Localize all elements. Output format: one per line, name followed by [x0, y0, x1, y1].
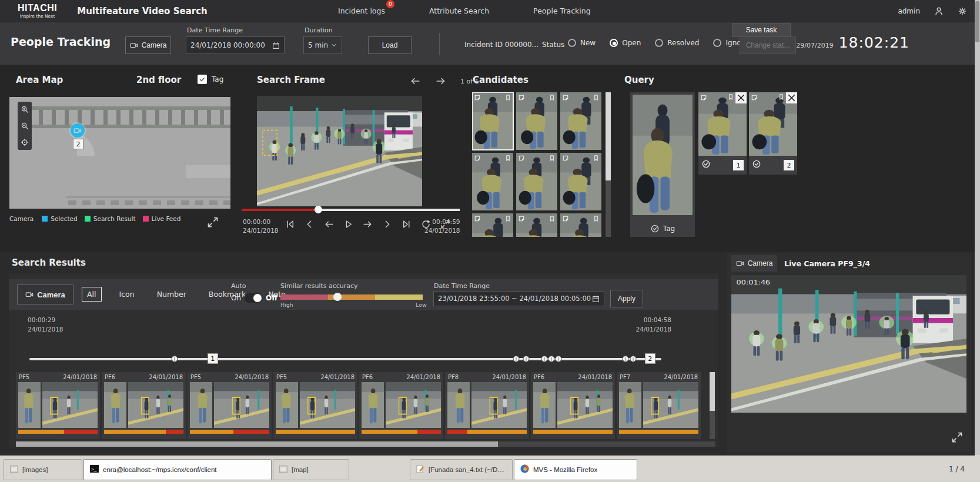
nav-item-people-tracking[interactable]: People Tracking	[533, 6, 591, 15]
result-scene-thumbnail[interactable]	[128, 382, 183, 428]
auto-toggle[interactable]	[245, 293, 262, 303]
result-cell[interactable]: PF624/01/2018	[102, 372, 186, 439]
live-camera-video[interactable]: 00:01:46	[731, 275, 966, 413]
search-frame-video[interactable]	[257, 96, 422, 206]
camera-select-button[interactable]: Camera	[125, 36, 171, 54]
bookmark-icon[interactable]	[593, 215, 600, 222]
map-tag-checkbox[interactable]: Tag	[198, 75, 223, 84]
video-progress-bar[interactable]	[242, 209, 460, 211]
result-person-crop[interactable]	[276, 382, 298, 428]
taskbar-item[interactable]: [Funada san_4.txt (~/Desktop) - ged...	[410, 459, 513, 480]
filter-tab-number[interactable]: Number	[152, 287, 191, 301]
timeline-marker[interactable]	[555, 356, 561, 362]
note-icon[interactable]	[562, 155, 569, 162]
bookmark-icon[interactable]	[727, 93, 734, 101]
previous-button[interactable]	[303, 217, 316, 230]
candidate-thumbnail[interactable]	[560, 92, 601, 150]
zoom-out-button[interactable]	[19, 120, 30, 131]
bookmark-icon[interactable]	[548, 94, 556, 101]
note-icon[interactable]	[474, 215, 481, 222]
live-fullscreen-icon[interactable]	[951, 431, 963, 446]
bookmark-icon[interactable]	[504, 215, 511, 222]
locate-button[interactable]	[19, 137, 30, 148]
query-tag-button[interactable]: Tag	[630, 224, 695, 233]
candidate-thumbnail[interactable]	[472, 153, 513, 210]
timeline-marker[interactable]	[548, 356, 554, 362]
bookmark-icon[interactable]	[548, 215, 556, 222]
skip-to-start-button[interactable]	[283, 217, 296, 230]
next-button[interactable]	[380, 217, 393, 230]
taskbar-item[interactable]: >_enra@localhost:~/mps.icnx/conf/client	[83, 459, 272, 480]
bookmark-icon[interactable]	[593, 155, 600, 162]
zoom-in-button[interactable]	[19, 104, 30, 115]
result-person-crop[interactable]	[104, 382, 126, 428]
remove-query-icon[interactable]	[735, 92, 747, 103]
result-scene-thumbnail[interactable]	[300, 382, 355, 428]
map-fullscreen-icon[interactable]	[207, 216, 219, 230]
timeline-badge-2[interactable]: 2	[645, 353, 655, 364]
timeline-marker[interactable]	[622, 356, 628, 362]
area-map-canvas[interactable]	[9, 97, 230, 209]
result-cell[interactable]: PF524/01/2018	[273, 372, 357, 439]
workspace-pager[interactable]: 1 / 4	[949, 465, 965, 473]
user-icon[interactable]	[934, 6, 944, 16]
bookmark-icon[interactable]	[504, 155, 511, 162]
result-person-crop[interactable]	[447, 382, 470, 428]
candidate-thumbnail[interactable]	[560, 213, 601, 237]
timeline-marker[interactable]	[630, 356, 636, 362]
accuracy-slider-handle[interactable]	[333, 293, 342, 301]
bookmark-icon[interactable]	[548, 155, 556, 162]
note-icon[interactable]	[474, 155, 481, 162]
results-camera-button[interactable]: Camera	[17, 284, 73, 304]
result-person-crop[interactable]	[533, 382, 556, 428]
note-icon[interactable]	[751, 94, 758, 101]
camera-marker[interactable]	[71, 123, 85, 138]
prev-frame-arrow-icon[interactable]	[409, 75, 422, 88]
apply-button[interactable]: Apply	[610, 290, 643, 307]
result-scene-thumbnail[interactable]	[42, 382, 98, 428]
result-person-crop[interactable]	[362, 382, 384, 428]
load-button[interactable]: Load	[368, 36, 412, 54]
browser-scrollbar[interactable]	[975, 0, 980, 456]
results-vertical-scrollbar[interactable]	[710, 372, 715, 439]
results-timeline[interactable]: 12	[29, 358, 661, 360]
bookmark-icon[interactable]	[593, 94, 600, 101]
note-icon[interactable]	[474, 94, 481, 101]
result-cell[interactable]: PF524/01/2018	[16, 372, 100, 439]
filter-tab-icon[interactable]: Icon	[115, 287, 139, 301]
timeline-marker[interactable]	[172, 356, 178, 362]
result-cell[interactable]: PF724/01/2018	[617, 372, 701, 439]
note-icon[interactable]	[518, 94, 525, 101]
query-tagged-item[interactable]: 1	[698, 92, 747, 175]
candidate-thumbnail[interactable]	[472, 213, 513, 237]
save-task-button[interactable]: Save task	[732, 23, 791, 37]
timeline-marker[interactable]	[523, 356, 529, 362]
next-frame-arrow-icon[interactable]	[434, 75, 447, 88]
step-back-arrow-button[interactable]	[322, 217, 335, 230]
timeline-marker[interactable]	[541, 356, 548, 362]
play-button[interactable]	[342, 217, 354, 230]
skip-to-end-button[interactable]	[400, 217, 413, 230]
candidates-scrollbar[interactable]	[606, 92, 611, 237]
result-person-crop[interactable]	[190, 382, 212, 428]
status-radio-new[interactable]: New	[568, 39, 596, 47]
result-scene-thumbnail[interactable]	[471, 382, 527, 428]
results-datetime-input[interactable]: 23/01/2018 23:55:00 ~ 24/01/2018 00:05:0…	[433, 291, 604, 306]
result-cell[interactable]: PF524/01/2018	[188, 372, 272, 439]
candidate-thumbnail[interactable]	[472, 92, 513, 150]
candidate-thumbnail[interactable]	[516, 92, 557, 150]
step-forward-arrow-button[interactable]	[361, 217, 374, 230]
status-radio-resolved[interactable]: Resolved	[655, 39, 699, 47]
result-person-crop[interactable]	[18, 382, 41, 428]
taskbar-item[interactable]: [map]	[273, 459, 349, 480]
note-icon[interactable]	[700, 94, 707, 101]
result-cell[interactable]: PF624/01/2018	[531, 372, 615, 439]
taskbar-item[interactable]: MVS - Mozilla Firefox	[514, 459, 637, 480]
live-camera-button[interactable]: Camera	[731, 255, 777, 272]
timeline-marker[interactable]	[513, 356, 519, 362]
settings-gear-icon[interactable]	[958, 6, 967, 16]
result-scene-thumbnail[interactable]	[557, 382, 613, 428]
result-cell[interactable]: PF824/01/2018	[445, 372, 529, 439]
remove-query-icon[interactable]	[786, 92, 797, 103]
result-person-crop[interactable]	[619, 382, 641, 428]
